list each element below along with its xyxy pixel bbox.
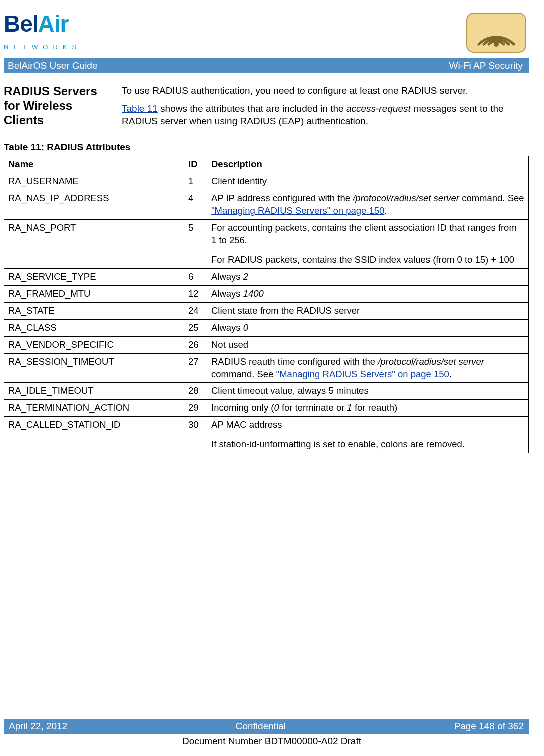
cell-id: 25 (184, 319, 208, 336)
section-body: To use RADIUS authentication, you need t… (122, 84, 529, 133)
table-row: RA_VENDOR_SPECIFIC26Not used (4, 336, 529, 353)
cell-id: 28 (184, 383, 208, 400)
table-row: RA_CLASS25Always 0 (4, 319, 529, 336)
cell-description: Always 1400 (208, 285, 529, 302)
table-row: RA_USERNAME1Client identity (4, 173, 529, 190)
table-11-link[interactable]: Table 11 (122, 103, 158, 114)
belair-logo: BelAir NETWORKS (4, 10, 104, 51)
col-header-desc: Description (208, 156, 529, 173)
cell-description: AP MAC addressIf station-id-unformatting… (208, 417, 529, 453)
cell-name: RA_NAS_PORT (4, 219, 184, 268)
cell-id: 27 (184, 353, 208, 383)
radius-attributes-table: Name ID Description RA_USERNAME1Client i… (4, 156, 529, 453)
cell-description: Client identity (208, 173, 529, 190)
table-header-row: Name ID Description (4, 156, 529, 173)
cell-description: For accounting packets, contains the cli… (208, 219, 529, 268)
cell-description: Incoming only (0 for terminate or 1 for … (208, 400, 529, 417)
cell-description: Not used (208, 336, 529, 353)
cell-name: RA_IDLE_TIMEOUT (4, 383, 184, 400)
table-row: RA_NAS_PORT5For accounting packets, cont… (4, 219, 529, 268)
table-row: RA_SERVICE_TYPE6Always 2 (4, 268, 529, 285)
table-caption: Table 11: RADIUS Attributes (4, 142, 529, 153)
page-header: BelAir NETWORKS (4, 10, 529, 58)
table-row: RA_SESSION_TIMEOUT27RADIUS reauth time c… (4, 353, 529, 383)
col-header-id: ID (184, 156, 208, 173)
guide-title: BelAirOS User Guide (8, 60, 98, 71)
cell-name: RA_VENDOR_SPECIFIC (4, 336, 184, 353)
table-row: RA_STATE24Client state from the RADIUS s… (4, 302, 529, 319)
cross-reference-link[interactable]: "Managing RADIUS Servers" on page 150 (212, 205, 384, 216)
cell-name: RA_SESSION_TIMEOUT (4, 353, 184, 383)
cell-name: RA_NAS_IP_ADDRESS (4, 190, 184, 219)
cell-name: RA_TERMINATION_ACTION (4, 400, 184, 417)
cell-id: 4 (184, 190, 208, 219)
footer-bar: April 22, 2012 Confidential Page 148 of … (4, 719, 529, 734)
cell-id: 5 (184, 219, 208, 268)
section-heading: RADIUS Servers for Wireless Clients (4, 84, 109, 133)
cell-id: 26 (184, 336, 208, 353)
table-row: RA_NAS_IP_ADDRESS4AP IP address configur… (4, 190, 529, 219)
document-number: Document Number BDTM00000-A02 Draft (0, 736, 544, 747)
paragraph-2: Table 11 shows the attributes that are i… (122, 102, 529, 128)
cell-name: RA_CLASS (4, 319, 184, 336)
cell-description: Client state from the RADIUS server (208, 302, 529, 319)
cell-id: 29 (184, 400, 208, 417)
cell-name: RA_SERVICE_TYPE (4, 268, 184, 285)
cell-description: Always 0 (208, 319, 529, 336)
cell-id: 24 (184, 302, 208, 319)
cell-name: RA_STATE (4, 302, 184, 319)
cell-description: RADIUS reauth time configured with the /… (208, 353, 529, 383)
page-topic: Wi-Fi AP Security (450, 60, 523, 71)
svg-point-1 (494, 42, 499, 47)
footer-confidential: Confidential (236, 721, 286, 732)
table-row: RA_CALLED_STATION_ID30AP MAC addressIf s… (4, 417, 529, 453)
cell-description: Client timeout value, always 5 minutes (208, 383, 529, 400)
cell-id: 6 (184, 268, 208, 285)
col-header-name: Name (4, 156, 184, 173)
cross-reference-link[interactable]: "Managing RADIUS Servers" on page 150 (276, 369, 450, 379)
paragraph-1: To use RADIUS authentication, you need t… (122, 84, 529, 97)
cell-id: 12 (184, 285, 208, 302)
cell-name: RA_FRAMED_MTU (4, 285, 184, 302)
cell-description: Always 2 (208, 268, 529, 285)
cell-description: AP IP address configured with the /proto… (208, 190, 529, 219)
cell-id: 30 (184, 417, 208, 453)
table-row: RA_IDLE_TIMEOUT28Client timeout value, a… (4, 383, 529, 400)
wifi-brand-icon (464, 10, 529, 55)
cell-name: RA_CALLED_STATION_ID (4, 417, 184, 453)
table-row: RA_FRAMED_MTU12Always 1400 (4, 285, 529, 302)
footer-page: Page 148 of 362 (454, 721, 524, 732)
table-row: RA_TERMINATION_ACTION29Incoming only (0 … (4, 400, 529, 417)
cell-id: 1 (184, 173, 208, 190)
footer-date: April 22, 2012 (9, 721, 68, 732)
cell-name: RA_USERNAME (4, 173, 184, 190)
title-bar: BelAirOS User Guide Wi-Fi AP Security (4, 58, 529, 73)
